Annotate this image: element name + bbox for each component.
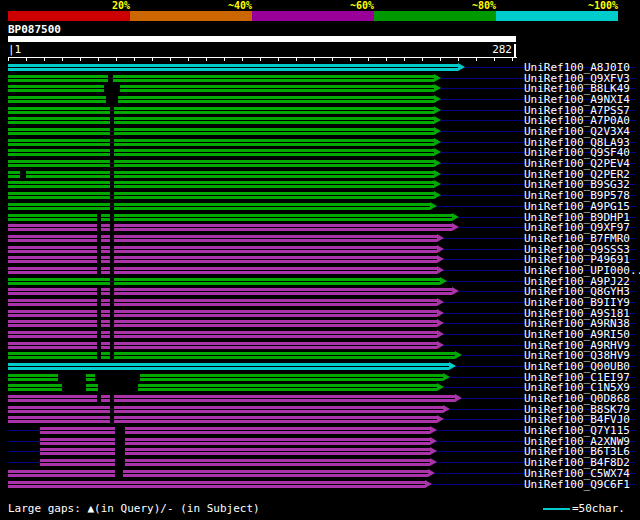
gap-segment (97, 235, 101, 242)
arrow-head-icon (430, 202, 437, 210)
alignment-bar[interactable] (8, 192, 434, 199)
alignment-bar[interactable] (8, 395, 455, 402)
arrow-head-icon (443, 405, 450, 413)
alignment-bar[interactable] (8, 75, 434, 82)
alignment-bar[interactable] (8, 160, 434, 167)
arrow-head-icon (455, 351, 462, 359)
arrow-head-icon (434, 159, 441, 167)
alignment-bar[interactable] (8, 214, 452, 221)
alignment-bar[interactable] (8, 181, 434, 188)
alignment-bar[interactable] (8, 107, 434, 114)
gap-segment (115, 427, 125, 434)
gap-segment (110, 278, 114, 285)
gap-segment (110, 107, 114, 114)
arrow-head-icon (430, 426, 437, 434)
arrow-head-icon (437, 234, 444, 242)
arrow-head-icon (434, 95, 441, 103)
gap-segment (110, 352, 114, 359)
arrow-head-icon (437, 255, 444, 263)
gap-segment (97, 320, 101, 327)
gap-segment (106, 96, 118, 103)
alignment-bar[interactable] (8, 416, 437, 423)
arrow-head-icon (437, 341, 444, 349)
gap-segment (110, 246, 114, 253)
alignment-bar[interactable] (8, 149, 434, 156)
alignment-bar[interactable] (40, 448, 430, 455)
alignment-bar[interactable] (8, 203, 430, 210)
arrow-head-icon (428, 469, 435, 477)
gap-segment (115, 459, 125, 466)
gap-segment (110, 310, 114, 317)
alignment-bar[interactable] (8, 320, 437, 327)
alignment-bar[interactable] (8, 246, 437, 253)
arrow-head-icon (434, 106, 441, 114)
gap-segment (110, 256, 114, 263)
gap-segment (110, 224, 114, 231)
gap-segment (110, 117, 114, 124)
gap-segment (110, 267, 114, 274)
gap-segment (20, 171, 26, 178)
alignment-bar[interactable] (40, 459, 430, 466)
alignment-bar[interactable] (8, 310, 437, 317)
alignment-bar[interactable] (8, 278, 440, 285)
arrow-head-icon (434, 116, 441, 124)
alignment-bar[interactable] (8, 481, 425, 488)
gap-segment (110, 171, 114, 178)
alignment-bar[interactable] (8, 470, 428, 477)
arrow-head-icon (437, 415, 444, 423)
arrow-head-icon (434, 170, 441, 178)
arrow-head-icon (434, 74, 441, 82)
alignment-bar[interactable] (8, 64, 458, 71)
gap-segment (97, 224, 101, 231)
alignment-bar[interactable] (8, 288, 452, 295)
scale-legend-label: =50char. (572, 502, 625, 515)
arrow-head-icon (434, 127, 441, 135)
arrow-head-icon (434, 84, 441, 92)
arrow-head-icon (430, 458, 437, 466)
alignment-bar[interactable] (8, 139, 434, 146)
alignment-bar[interactable] (8, 235, 437, 242)
alignment-bar[interactable] (8, 256, 437, 263)
alignment-bar[interactable] (40, 438, 430, 445)
alignment-rows: UniRef100_A8J0I0UniRef100_Q9XFV3UniRef10… (0, 0, 640, 520)
gap-segment (97, 246, 101, 253)
alignment-bar[interactable] (8, 299, 437, 306)
alignment-bar[interactable] (8, 128, 434, 135)
gap-segment (97, 288, 101, 295)
arrow-head-icon (449, 362, 456, 370)
arrow-head-icon (430, 437, 437, 445)
alignment-bar[interactable] (8, 85, 434, 92)
alignment-bar[interactable] (8, 96, 434, 103)
alignment-bar[interactable] (8, 117, 434, 124)
gap-segment (110, 320, 114, 327)
alignment-bar[interactable] (8, 352, 455, 359)
gap-segment (95, 374, 140, 381)
gap-segment (110, 192, 114, 199)
alignment-bar[interactable] (8, 331, 437, 338)
gap-segment (108, 75, 113, 82)
alignment-bar[interactable] (8, 171, 434, 178)
alignment-bar[interactable] (40, 427, 430, 434)
alignment-bar[interactable] (8, 224, 452, 231)
gap-segment (110, 395, 114, 402)
scale-legend-line (543, 508, 570, 510)
arrow-head-icon (455, 394, 462, 402)
gap-segment (110, 416, 114, 423)
arrow-head-icon (434, 148, 441, 156)
similarity-search-graphic: 20%~40%~60%~80%~100% BP087500 |1 282 Uni… (0, 0, 640, 520)
gap-segment (110, 331, 114, 338)
hit-label[interactable]: UniRef100_Q9C6F1 (524, 479, 630, 490)
alignment-row: UniRef100_Q9C6F1 (0, 479, 640, 490)
alignment-bar[interactable] (8, 342, 437, 349)
alignment-bar[interactable] (8, 267, 437, 274)
arrow-head-icon (443, 373, 450, 381)
gap-segment (97, 331, 101, 338)
gap-segment (110, 342, 114, 349)
alignment-bar[interactable] (8, 406, 443, 413)
gap-segment (110, 139, 114, 146)
arrow-head-icon (437, 266, 444, 274)
gap-segment (97, 299, 101, 306)
gap-segment (97, 342, 101, 349)
alignment-bar[interactable] (8, 363, 449, 370)
gap-segment (97, 267, 101, 274)
